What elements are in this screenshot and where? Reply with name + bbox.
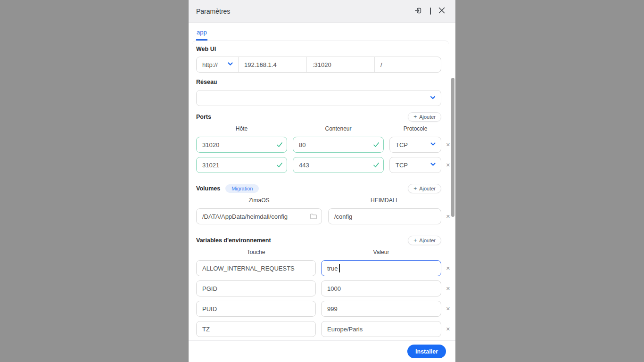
remove-env-button[interactable]: ✕ [445, 306, 451, 312]
env-key-field [196, 301, 316, 317]
env-value-field [321, 301, 441, 317]
env-value-field [321, 280, 441, 296]
export-button[interactable] [414, 6, 423, 16]
remove-env-button[interactable]: ✕ [445, 266, 451, 271]
remove-icon: ✕ [446, 326, 450, 332]
port-protocol-select[interactable]: TCP [389, 137, 441, 153]
column-header-protocol: Protocole [389, 125, 441, 132]
env-key-field [196, 321, 316, 337]
remove-volume-button[interactable]: ✕ [445, 214, 451, 219]
port-host-field [196, 137, 287, 153]
port-host-input[interactable] [196, 137, 287, 153]
remove-port-button[interactable]: ✕ [445, 142, 451, 148]
env-value-input[interactable] [321, 280, 441, 296]
check-icon [373, 162, 380, 170]
env-key-input[interactable] [196, 280, 316, 296]
add-port-label: Ajouter [419, 114, 436, 120]
volumes-section-label: Volumes [196, 185, 220, 192]
dialog-title: Paramètres [196, 8, 230, 15]
webui-path-input[interactable] [380, 61, 435, 68]
env-value-field [321, 260, 441, 276]
tab-bar: app [189, 23, 455, 41]
check-icon [276, 141, 283, 150]
port-row: TCP ✕ [196, 157, 451, 173]
env-value-input[interactable] [321, 321, 441, 337]
env-key-input[interactable] [196, 260, 316, 276]
volume-host-field [196, 208, 322, 224]
column-header-container: Conteneur [293, 125, 384, 132]
env-key-field [196, 260, 316, 276]
webui-host-input[interactable] [244, 61, 301, 68]
port-container-input[interactable] [293, 157, 384, 173]
env-row: ✕ [196, 280, 451, 296]
remove-icon: ✕ [446, 265, 450, 271]
column-header-value: Valeur [321, 249, 441, 256]
remove-icon: ✕ [446, 162, 450, 168]
env-section-label: Variables d'environnement [196, 237, 271, 244]
header-divider [430, 8, 431, 15]
tab-app[interactable]: app [196, 29, 207, 41]
check-icon [276, 162, 283, 170]
install-button[interactable]: Installer [407, 345, 446, 358]
volume-host-input[interactable] [196, 208, 322, 224]
host-segment [238, 57, 306, 72]
volume-row: ✕ [196, 208, 451, 224]
dialog-footer: Installer [189, 340, 455, 362]
env-section-header: Variables d'environnement + Ajouter [196, 236, 441, 245]
port-protocol-select[interactable]: TCP [389, 157, 441, 173]
env-row: ✕ [196, 301, 451, 317]
chevron-down-icon [429, 94, 436, 102]
port-host-input[interactable] [196, 157, 287, 173]
plus-icon: + [413, 114, 417, 120]
settings-dialog: Paramètres app [189, 0, 455, 362]
header-actions [414, 6, 446, 16]
remove-env-button[interactable]: ✕ [445, 327, 451, 332]
remove-icon: ✕ [446, 214, 450, 219]
env-value-input[interactable] [321, 301, 441, 317]
env-key-field [196, 280, 316, 296]
scheme-select[interactable]: http:// [197, 57, 238, 72]
add-env-button[interactable]: + Ajouter [408, 236, 441, 245]
env-value-field [321, 321, 441, 337]
export-icon [414, 6, 423, 16]
remove-port-button[interactable]: ✕ [445, 163, 451, 168]
folder-icon[interactable] [310, 213, 317, 222]
add-volume-button[interactable]: + Ajouter [408, 184, 441, 193]
env-key-input[interactable] [196, 321, 316, 337]
port-container-input[interactable] [293, 137, 384, 153]
env-key-input[interactable] [196, 301, 316, 317]
scrollbar-track[interactable] [451, 41, 455, 362]
ports-section-header: Ports + Ajouter [196, 112, 441, 122]
add-env-label: Ajouter [419, 238, 436, 243]
dialog-header: Paramètres [189, 0, 455, 23]
ports-column-headers: Hôte Conteneur Protocole [196, 125, 441, 132]
migration-badge[interactable]: Migration [225, 184, 259, 193]
close-button[interactable] [438, 7, 446, 16]
protocol-value: TCP [396, 162, 408, 169]
network-section-label: Réseau [196, 79, 455, 85]
settings-content: Web UI http:// Réseau [189, 41, 455, 340]
plus-icon: + [413, 186, 417, 191]
network-select[interactable] [196, 90, 441, 106]
add-port-button[interactable]: + Ajouter [408, 112, 441, 122]
volume-container-field [328, 208, 441, 224]
volume-container-input[interactable] [328, 208, 441, 224]
scrollbar-thumb[interactable] [451, 78, 454, 217]
remove-env-button[interactable]: ✕ [445, 286, 451, 291]
chevron-down-icon [430, 161, 436, 169]
chevron-down-icon [430, 141, 436, 148]
port-host-field [196, 157, 287, 173]
port-container-field [293, 137, 384, 153]
chevron-down-icon [227, 61, 233, 68]
path-segment [374, 57, 441, 72]
env-row: ✕ [196, 321, 451, 337]
column-header-key: Touche [196, 249, 316, 256]
column-header-host: Hôte [196, 125, 287, 132]
column-header-heimdall: HEIMDALL [328, 197, 441, 204]
env-row: ✕ [196, 260, 451, 276]
webui-port-input[interactable] [313, 61, 369, 68]
scheme-value: http:// [202, 61, 218, 68]
check-icon [373, 141, 380, 150]
close-icon [438, 7, 446, 16]
webui-section-label: Web UI [196, 46, 455, 52]
